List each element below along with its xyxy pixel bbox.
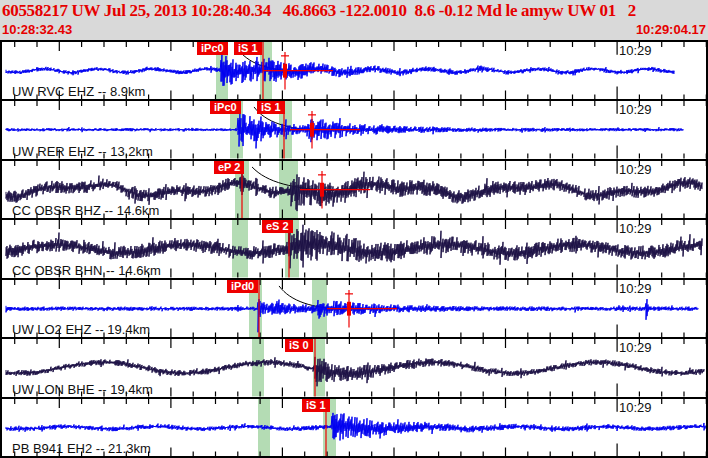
pick-flag[interactable]: eS 2 — [262, 220, 293, 233]
pick-flag[interactable]: iS 1 — [234, 42, 262, 55]
pick-flag[interactable]: iPc0 — [197, 42, 228, 55]
pick-uncertainty-band — [252, 339, 264, 396]
minute-label: 10:29 — [619, 221, 652, 236]
coda-marker[interactable] — [263, 52, 333, 90]
window-end-time: 10:29:04.17 — [636, 22, 706, 37]
trace-panel[interactable]: 10:29 UW LON BHE -- 19.4km iS 0 — [2, 337, 706, 396]
minute-label: 10:29 — [619, 102, 652, 117]
waveform-trace — [6, 106, 683, 149]
trace-panel[interactable]: 10:29 CC OBSR BHN -- 14.6km eS 2 — [2, 218, 706, 277]
event-summary: 60558217 UW Jul 25, 2013 10:28:40.34 46.… — [2, 0, 708, 22]
minute-label: 10:29 — [619, 43, 652, 58]
station-label: CC OBSR BHN -- 14.6km — [12, 263, 161, 278]
station-label: UW LO2 EHZ -- 19.4km — [12, 322, 150, 337]
seismogram-window: { "header": { "event_line": "60558217 UW… — [0, 0, 708, 458]
trace-panel-stack: 10:29 UW RVC EHZ -- 8.9km iPc0iS 1 10:29… — [0, 40, 708, 458]
pick-flag[interactable]: iS 1 — [302, 399, 330, 412]
event-header: 60558217 UW Jul 25, 2013 10:28:40.34 46.… — [0, 0, 708, 40]
minute-label: 10:29 — [619, 281, 652, 296]
waveform-trace — [6, 412, 706, 440]
coda-marker[interactable] — [290, 111, 360, 149]
station-label: CC OBSR BHZ -- 14.6km — [12, 203, 159, 218]
minute-label: 10:29 — [619, 340, 652, 355]
window-start-time: 10:28:32.43 — [2, 22, 72, 37]
trace-panel[interactable]: 10:29 UW RVC EHZ -- 8.9km iPc0iS 1 — [2, 40, 706, 99]
waveform-trace — [6, 50, 674, 86]
pick-flag[interactable]: iPc0 — [210, 101, 241, 114]
trace-panel[interactable]: 10:29 PB B941 EH2 -- 21.3km iS 1 — [2, 397, 706, 456]
pick-flag[interactable]: iS 1 — [257, 101, 285, 114]
trace-panel[interactable]: 10:29 UW RER EHZ -- 13.2km iPc0iS 1 — [2, 99, 706, 158]
trace-panel[interactable]: 10:29 UW LO2 EHZ -- 19.4km iPd0 — [2, 278, 706, 337]
station-label: UW LON BHE -- 19.4km — [12, 382, 153, 397]
pick-flag[interactable]: iPd0 — [227, 280, 258, 293]
pick-flag[interactable]: eP 2 — [214, 161, 244, 174]
station-label: UW RVC EHZ -- 8.9km — [12, 84, 145, 99]
station-label: PB B941 EH2 -- 21.3km — [12, 441, 151, 456]
time-range-row: 10:28:32.43 10:29:04.17 — [2, 22, 706, 39]
coda-marker[interactable] — [327, 290, 397, 328]
minute-label: 10:29 — [619, 400, 652, 415]
station-label: UW RER EHZ -- 13.2km — [12, 144, 153, 159]
trace-panel[interactable]: 10:29 CC OBSR BHZ -- 14.6km eP 2 — [2, 159, 706, 218]
pick-flag[interactable]: iS 0 — [285, 339, 313, 352]
minute-label: 10:29 — [619, 162, 652, 177]
